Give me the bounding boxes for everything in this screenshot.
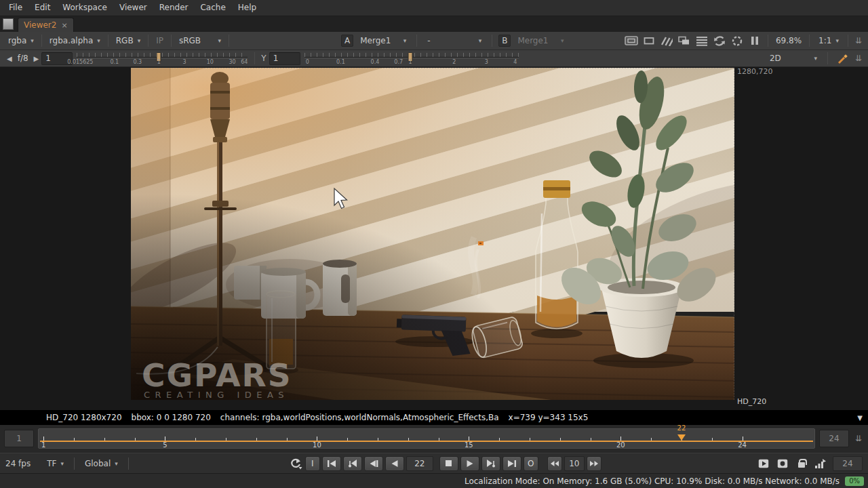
play-forward-button[interactable] — [460, 456, 479, 471]
proxy-icon[interactable] — [658, 34, 675, 47]
refresh-icon[interactable] — [711, 34, 728, 47]
timeline-tick — [743, 436, 743, 441]
output-range-button[interactable]: O — [524, 456, 538, 471]
timeline-tick — [135, 438, 136, 441]
tab-close-icon[interactable]: × — [61, 21, 67, 30]
frame-increment-field[interactable]: 10 — [564, 456, 585, 471]
next-keyframe-button[interactable] — [481, 456, 500, 471]
viewer-canvas[interactable]: CGPARS CREATING IDEAS — [131, 68, 734, 400]
goto-start-button[interactable] — [322, 456, 341, 471]
end-frame-field[interactable]: 24 — [833, 456, 863, 471]
wipe-mode-dropdown[interactable]: -▾ — [423, 35, 486, 47]
layer-dropdown[interactable]: rgba.alpha▾ — [45, 35, 104, 47]
timeline-frame-label: 15 — [465, 441, 473, 449]
chevron-down-icon: ▾ — [561, 37, 564, 44]
menu-edit[interactable]: Edit — [28, 0, 56, 16]
step-back-button[interactable] — [364, 456, 383, 471]
view-mode-dropdown[interactable]: 2D▾ — [766, 52, 821, 64]
fstop-next-icon[interactable]: ▶ — [31, 55, 42, 62]
viewer-toolbar: rgba▾ rgba.alpha▾ RGB▾ IP sRGB▾ A Merge1… — [0, 32, 868, 50]
roi-icon[interactable] — [729, 34, 745, 47]
input-process-toggle[interactable]: IP — [152, 35, 167, 47]
gamma-slider[interactable]: 00.10.40.71234 — [304, 51, 519, 66]
double-chevron-icon[interactable]: ⇊ — [853, 36, 864, 45]
double-chevron-icon[interactable]: ⇊ — [853, 54, 864, 63]
stop-button[interactable] — [439, 456, 458, 471]
double-chevron-icon[interactable]: ⇊ — [853, 434, 864, 443]
play-backward-button[interactable] — [385, 456, 404, 471]
prev-keyframe-button[interactable] — [343, 456, 362, 471]
play-in-viewer-icon[interactable] — [757, 457, 770, 470]
gain-slider[interactable]: 0.0156250.10.313103064 — [77, 51, 248, 66]
chevron-down-icon: ▾ — [403, 37, 407, 44]
timeline-frame-label: 20 — [616, 441, 625, 449]
flipbook-icon[interactable] — [814, 457, 827, 470]
divider — [108, 35, 108, 47]
status-text: Localization Mode: On Memory: 1.6 GB (5.… — [465, 476, 840, 486]
slider-tick-label: 0.4 — [371, 59, 380, 65]
menu-file[interactable]: File — [3, 0, 28, 16]
timeline-track[interactable]: 151015202422 — [38, 428, 815, 449]
skip-back-button[interactable] — [547, 456, 562, 471]
slider-tick-label: 1 — [409, 59, 412, 65]
frame-range-dropdown[interactable]: Global▾ — [81, 458, 122, 470]
record-icon[interactable] — [776, 457, 789, 470]
chevron-down-icon: ▾ — [814, 55, 817, 62]
range-end-box[interactable]: 24 — [819, 430, 849, 447]
divider — [148, 35, 149, 47]
wipe-icon[interactable] — [676, 34, 692, 47]
current-frame-field[interactable]: 22 — [406, 456, 433, 471]
divider — [254, 52, 255, 64]
loop-mode-icon[interactable] — [290, 457, 303, 470]
menu-help[interactable]: Help — [232, 0, 262, 16]
lock-range-icon[interactable] — [795, 457, 808, 470]
scanline-icon[interactable] — [694, 34, 710, 47]
viewer-colorspace-dropdown[interactable]: sRGB▾ — [175, 35, 225, 47]
timeline-tick — [712, 438, 713, 441]
exposure-toolbar: ◀ f/8 ▶ 1 0.0156250.10.313103064 Y 1 00.… — [0, 50, 868, 67]
input-range-button[interactable]: I — [305, 456, 320, 471]
menu-viewer[interactable]: Viewer — [113, 0, 153, 16]
timeline-tick — [408, 438, 409, 441]
color-sample-wand-icon[interactable] — [834, 52, 850, 65]
a-buffer-label: A — [341, 35, 353, 47]
timeline-tick — [651, 438, 652, 441]
playback-mode-dropdown[interactable]: TF▾ — [43, 458, 68, 470]
skip-forward-button[interactable] — [587, 456, 601, 471]
info-dropdown-icon[interactable]: ▼ — [857, 414, 863, 422]
range-start-box[interactable]: 1 — [4, 430, 34, 447]
channel-set-dropdown[interactable]: rgba▾ — [4, 35, 38, 47]
watermark-subtitle: CREATING IDEAS — [144, 390, 289, 400]
menu-render[interactable]: Render — [153, 0, 195, 16]
chevron-down-icon: ▾ — [60, 460, 64, 467]
crop-icon[interactable] — [641, 34, 657, 47]
display-window-icon[interactable] — [623, 34, 639, 47]
proxy-ratio-dropdown[interactable]: 1:1▾ — [814, 35, 843, 47]
timeline-frame-label: 1 — [41, 441, 45, 449]
zoom-level[interactable]: 69.8% — [773, 36, 804, 45]
timeline-tick — [591, 438, 591, 441]
pane-menu-icon[interactable] — [3, 18, 14, 30]
slider-tick-label: 3 — [485, 59, 488, 65]
gamma-input[interactable]: 1 — [269, 52, 300, 65]
menu-workspace[interactable]: Workspace — [56, 0, 113, 16]
timeline-tick — [74, 438, 75, 441]
divider — [416, 35, 417, 47]
divider — [41, 35, 42, 47]
chevron-down-icon: ▾ — [31, 37, 34, 44]
tab-label: Viewer2 — [24, 20, 56, 30]
b-input-dropdown[interactable]: Merge1▾ — [513, 35, 568, 47]
tab-viewer2[interactable]: Viewer2 × — [18, 18, 74, 32]
goto-end-button[interactable] — [502, 456, 521, 471]
pause-icon[interactable] — [747, 34, 763, 47]
slider-tick-label: 0.7 — [394, 59, 403, 65]
fstop-prev-icon[interactable]: ◀ — [4, 55, 15, 62]
gain-slider-track — [77, 57, 248, 58]
menu-cache[interactable]: Cache — [194, 0, 231, 16]
timeline-rail: 151015202422 — [41, 429, 779, 448]
a-input-dropdown[interactable]: Merge1▾ — [356, 35, 410, 47]
viewer-area: CGPARS CREATING IDEAS 1280,720 HD_720 — [0, 67, 868, 410]
color-sample-marker — [478, 241, 484, 245]
playhead[interactable] — [677, 434, 686, 441]
display-channels-dropdown[interactable]: RGB▾ — [112, 35, 144, 47]
